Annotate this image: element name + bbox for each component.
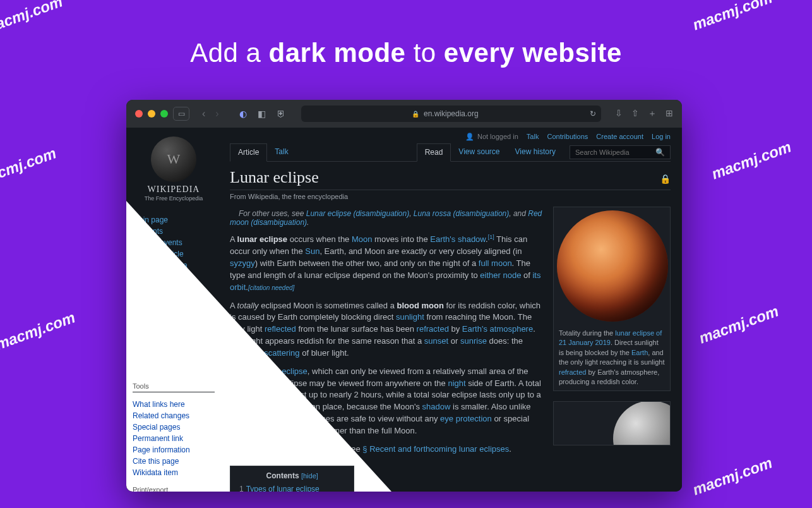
wikilink[interactable]: § Recent and forthcoming lunar eclipses <box>362 444 509 454</box>
sidebar-link[interactable]: Current events <box>133 237 215 248</box>
protection-lock-icon: 🔒 <box>660 174 671 184</box>
not-logged-label: Not logged in <box>477 133 518 140</box>
wikilink[interactable]: full moon <box>479 258 512 268</box>
close-button[interactable] <box>135 110 143 118</box>
sidebar-link[interactable]: Recent changes <box>133 352 215 363</box>
watermark: macmj.com <box>696 302 781 347</box>
caption-link[interactable]: refracted <box>559 368 586 376</box>
wikipedia-sidebar: WIKIPEDIA The Free Encyclopedia Main pag… <box>126 128 221 492</box>
tabs-overview-icon[interactable]: ⊞ <box>666 108 673 119</box>
tab-article[interactable]: Article <box>230 143 267 162</box>
reader-icon[interactable]: ◧ <box>256 107 268 120</box>
sidebar-link[interactable]: Special pages <box>133 421 215 433</box>
search-icon[interactable]: 🔍 <box>655 148 665 157</box>
shield-icon[interactable]: ⛨ <box>275 107 287 120</box>
wikipedia-globe-icon[interactable] <box>151 136 196 182</box>
blood-moon-image <box>557 210 668 322</box>
infobox-caption: Totality during the lunar eclipse of 21 … <box>554 325 670 390</box>
sidebar-header: Tools <box>133 382 215 392</box>
address-bar[interactable]: 🔒 en.wikipedia.org ↻ <box>301 106 601 122</box>
wikilink[interactable]: shadow <box>422 402 451 411</box>
reference[interactable]: [1] <box>488 234 494 240</box>
sidebar-link[interactable]: Random article <box>133 248 215 260</box>
search-box[interactable]: 🔍 <box>570 145 671 159</box>
sidebar-link[interactable]: Contact us <box>133 271 215 282</box>
download-icon[interactable]: ⇩ <box>615 108 623 119</box>
minimize-button[interactable] <box>148 110 155 118</box>
wikilink[interactable]: sunset <box>424 336 448 346</box>
watermark: macmj.com <box>709 138 794 183</box>
wikilink[interactable]: Rayleigh scattering <box>230 348 300 358</box>
sidebar-link[interactable]: Learn to edit <box>133 329 215 341</box>
sidebar-header: Contribute <box>133 301 215 311</box>
wikilink[interactable]: eye protection <box>440 414 492 423</box>
page-tabs: Article Talk Read View source View histo… <box>230 143 671 162</box>
sidebar-link[interactable]: Wikidata item <box>133 467 215 478</box>
caption-link[interactable]: Earth <box>631 349 648 356</box>
noir-extension-icon[interactable]: ◐ <box>237 107 249 120</box>
wikilink[interactable]: reflected <box>265 324 296 334</box>
wikilink[interactable]: sunrise <box>460 336 487 346</box>
infobox-second <box>553 401 671 445</box>
sidebar-toggle-icon[interactable]: ▭ <box>173 107 189 121</box>
wikilink[interactable]: Moon <box>352 234 373 244</box>
tab-view-source[interactable]: View source <box>451 143 507 161</box>
sidebar-link[interactable]: What links here <box>133 399 215 410</box>
tab-talk[interactable]: Talk <box>267 143 296 161</box>
address-text: en.wikipedia.org <box>424 109 479 118</box>
wikilink[interactable]: either node <box>480 270 521 280</box>
safari-window: ▭ ‹ › ◐ ◧ ⛨ 🔒 en.wikipedia.org ↻ ⇩ ⇧ ＋ ⊞… <box>126 100 682 492</box>
sidebar-link[interactable]: Cite this page <box>133 456 215 467</box>
sidebar-main-list: Main page Contents Current events Random… <box>133 214 215 294</box>
moon-image <box>613 401 671 445</box>
wikipedia-wordmark: WIKIPEDIA <box>133 184 215 195</box>
wikilink[interactable]: night <box>448 378 465 388</box>
userbar-link[interactable]: Create account <box>596 133 643 140</box>
watermark: macmj.com <box>0 308 78 353</box>
sidebar-header: Print/export <box>133 486 215 492</box>
watermark: macmj.com <box>690 454 775 499</box>
sidebar-link[interactable]: Upload file <box>133 363 215 375</box>
share-icon[interactable]: ⇧ <box>631 108 639 119</box>
toc-item[interactable]: 1Types of lunar eclipse <box>239 484 345 492</box>
search-input[interactable] <box>575 148 655 156</box>
wikilink[interactable]: Earth's atmosphere <box>462 324 533 334</box>
reload-icon[interactable]: ↻ <box>590 109 596 118</box>
hatnote-link[interactable]: Lunar eclipse (disambiguation) <box>306 209 409 218</box>
citation-needed[interactable]: [citation needed] <box>248 284 294 291</box>
userbar-link[interactable]: Talk <box>527 133 539 140</box>
sidebar-link[interactable]: Permanent link <box>133 433 215 444</box>
new-tab-icon[interactable]: ＋ <box>648 108 657 119</box>
tab-view-history[interactable]: View history <box>508 143 563 161</box>
sidebar-link[interactable]: Community portal <box>133 341 215 352</box>
article-title: Lunar eclipse <box>230 168 671 190</box>
wikilink[interactable]: solar eclipse <box>262 366 307 376</box>
table-of-contents: Contents [hide] 1Types of lunar eclipse … <box>230 466 354 492</box>
userbar-link[interactable]: Log in <box>652 133 671 140</box>
hatnote-link[interactable]: Luna rossa (disambiguation) <box>414 209 509 218</box>
sidebar-link[interactable]: Related changes <box>133 410 215 421</box>
sidebar-link[interactable]: Page information <box>133 444 215 456</box>
titlebar: ▭ ‹ › ◐ ◧ ⛨ 🔒 en.wikipedia.org ↻ ⇩ ⇧ ＋ ⊞ <box>126 100 682 128</box>
userbar-link[interactable]: Contributions <box>547 133 588 140</box>
lock-icon: 🔒 <box>412 111 419 118</box>
wikilink[interactable]: syzygy <box>230 258 255 268</box>
sidebar-link[interactable]: About Wikipedia <box>133 260 215 271</box>
watermark: macmj.com <box>0 144 59 189</box>
infobox: Totality during the lunar eclipse of 21 … <box>553 207 671 391</box>
wikilink[interactable]: Sun <box>305 246 319 256</box>
wikilink[interactable]: Earth's shadow <box>430 234 486 244</box>
user-icon: 👤 <box>465 133 474 140</box>
back-button[interactable]: ‹ <box>198 108 209 119</box>
forward-button[interactable]: › <box>212 108 222 119</box>
sidebar-link[interactable]: Donate <box>133 282 215 294</box>
maximize-button[interactable] <box>160 110 168 118</box>
tab-read[interactable]: Read <box>417 143 451 162</box>
sidebar-link[interactable]: Contents <box>133 226 215 237</box>
sidebar-link[interactable]: Help <box>133 318 215 329</box>
traffic-lights <box>135 110 168 118</box>
sidebar-link[interactable]: Main page <box>133 214 215 226</box>
wikilink[interactable]: refracted <box>417 324 449 334</box>
toc-hide-link[interactable]: [hide] <box>301 472 318 480</box>
wikilink[interactable]: sunlight <box>396 312 424 322</box>
